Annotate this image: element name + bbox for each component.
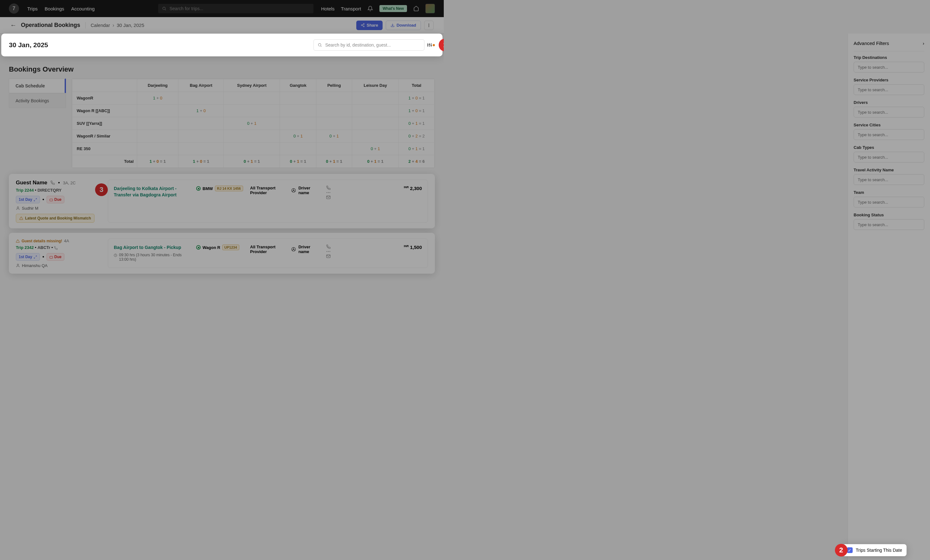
filter-settings-button[interactable] (427, 43, 435, 48)
sliders-icon (427, 43, 432, 48)
svg-point-20 (429, 44, 430, 45)
search-placeholder: Search by id, destination, guest... (325, 43, 391, 48)
filter-active-dot (433, 44, 435, 46)
search-icon (317, 43, 322, 47)
booking-search-input[interactable]: Search by id, destination, guest... (314, 39, 425, 51)
selected-date-title: 30 Jan, 2025 (9, 41, 48, 49)
annotation-badge-1: 1 (439, 38, 444, 51)
svg-line-12 (320, 46, 322, 46)
svg-point-19 (427, 44, 428, 46)
svg-point-11 (318, 43, 321, 46)
svg-point-21 (431, 45, 432, 46)
date-search-card: 30 Jan, 2025 Search by id, destination, … (1, 34, 442, 57)
